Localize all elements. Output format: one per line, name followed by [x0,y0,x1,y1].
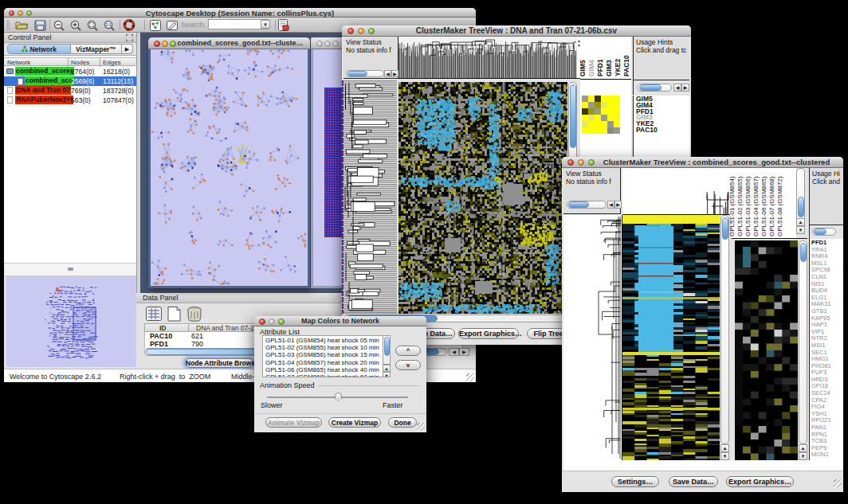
svg-text:1:1: 1:1 [106,23,112,27]
